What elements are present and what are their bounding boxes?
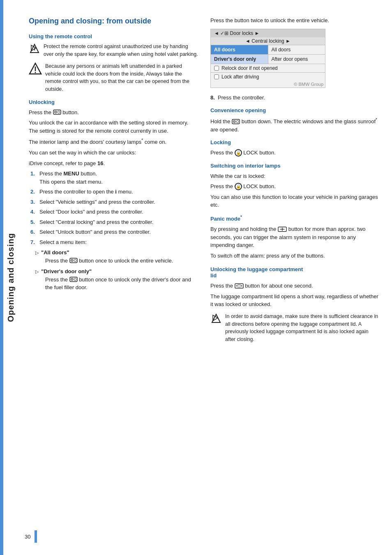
step-1: 1. Press the MENU button.This opens the … bbox=[30, 170, 198, 186]
door-lock-row-1: All doors All doors bbox=[211, 45, 325, 54]
sub-arrow-icon: ▷ bbox=[35, 249, 39, 266]
step-2: 2. Press the controller to open the i me… bbox=[30, 188, 198, 196]
unlocking-p5: iDrive concept, refer to page 16. bbox=[29, 159, 198, 168]
remote-key-icon-2 bbox=[69, 257, 78, 264]
luggage-p2: The luggage compartment lid opens a shor… bbox=[210, 292, 380, 309]
section-heading-panic: Panic mode* bbox=[210, 215, 380, 222]
unlocking-p2: You unlock the car in accordance with th… bbox=[29, 119, 198, 135]
svg-rect-18 bbox=[74, 279, 76, 281]
note-remote-control-text: Protect the remote control against unaut… bbox=[44, 43, 198, 58]
lock-circle-icon-2: 🔒 bbox=[235, 183, 242, 190]
section-heading-unlocking: Unlocking bbox=[29, 99, 198, 105]
screenshot-label: © BMW Group bbox=[211, 81, 325, 88]
door-lock-header-text: ◄ ✓⊞ Door locks ► bbox=[214, 30, 259, 36]
remote-key-icon-3 bbox=[69, 276, 78, 283]
sub-arrow-icon-2: ▷ bbox=[35, 268, 39, 293]
remote-key-icon-conv bbox=[232, 118, 240, 125]
step-5: 5. Select "Central locking" and press th… bbox=[30, 218, 198, 226]
drivers-door-label: "Driver's door only" bbox=[41, 268, 92, 274]
relock-checkbox[interactable] bbox=[214, 66, 219, 71]
sub-item-all-doors: ▷ "All doors" Press the button once to u… bbox=[35, 249, 198, 266]
panic-p1: By pressing and holding the button for m… bbox=[210, 225, 380, 249]
warning-animals-text: Because any persons or animals left unat… bbox=[45, 62, 198, 93]
svg-point-13 bbox=[71, 260, 72, 261]
section-heading-convenience: Convenience opening bbox=[210, 107, 380, 113]
sidebar-tab: Opening and closing bbox=[0, 0, 21, 555]
note-luggage-text: In order to avoid damage, make sure ther… bbox=[225, 313, 380, 343]
door-lock-drivers-door: Driver's door only bbox=[211, 55, 268, 64]
lock-after-driving-checkbox[interactable] bbox=[214, 74, 219, 79]
step-3: 3. Select "Vehicle settings" and press t… bbox=[30, 198, 198, 206]
door-lock-all-doors-right: All doors bbox=[268, 45, 325, 54]
menu-label: MENU bbox=[64, 170, 79, 177]
trunk-button-icon bbox=[235, 283, 244, 289]
svg-rect-14 bbox=[74, 260, 76, 262]
page-title: Opening and closing: from outside bbox=[29, 16, 198, 26]
sidebar-label: Opening and closing bbox=[6, 233, 16, 322]
page-number-area: 30 bbox=[25, 530, 37, 543]
door-lock-ui: ◄ ✓⊞ Door locks ► ◄ Central locking ► Al… bbox=[210, 29, 325, 88]
luggage-p1: Press the button for about one second. bbox=[210, 282, 380, 290]
left-column: Opening and closing: from outside Using … bbox=[29, 16, 198, 348]
lock-after-driving-label: Lock after driving bbox=[221, 74, 259, 80]
note-remote-control: Protect the remote control against unaut… bbox=[29, 43, 198, 58]
section-heading-luggage: Unlocking the luggage compartmentlid bbox=[210, 266, 380, 279]
step-6: 6. Select "Unlock button" and press the … bbox=[30, 228, 198, 236]
page-bar-indicator bbox=[35, 530, 37, 543]
svg-point-21 bbox=[234, 121, 235, 122]
svg-rect-10 bbox=[58, 111, 60, 113]
door-lock-checkbox-1: Relock door if not opened bbox=[211, 64, 325, 72]
panic-p2: To switch off the alarm: press any of th… bbox=[210, 252, 380, 260]
note-luggage: In order to avoid damage, make sure ther… bbox=[210, 313, 380, 343]
section-heading-interior-lamps: Switching on interior lamps bbox=[210, 163, 380, 169]
note-triangle-icon-luggage bbox=[210, 313, 222, 324]
svg-point-6 bbox=[35, 72, 36, 73]
unlocking-p3: The interior lamp and the doors' courtes… bbox=[29, 137, 198, 146]
press-button-twice-text: Press the button twice to unlock the ent… bbox=[210, 16, 380, 25]
door-lock-header: ◄ ✓⊞ Door locks ► bbox=[211, 29, 325, 37]
section-heading-remote-control: Using the remote control bbox=[29, 33, 198, 39]
door-lock-checkbox-2: Lock after driving bbox=[211, 72, 325, 81]
all-doors-label: "All doors" bbox=[41, 249, 69, 256]
note-triangle-icon bbox=[29, 43, 40, 54]
panic-button-icon bbox=[278, 226, 287, 233]
step-8-text: 8. Press the controller. bbox=[210, 94, 380, 102]
door-lock-sub-text: ◄ Central locking ► bbox=[245, 38, 291, 44]
unlocking-p4: You can set the way in which the car unl… bbox=[29, 149, 198, 157]
page-number: 30 bbox=[25, 534, 30, 540]
locking-text: Press the 🔒 LOCK button. bbox=[210, 149, 380, 157]
section-heading-locking: Locking bbox=[210, 139, 380, 145]
unlocking-p1: Press the button. bbox=[29, 108, 198, 117]
door-lock-drivers-door-right: After door opens bbox=[268, 55, 325, 64]
interior-p1: While the car is locked: bbox=[210, 172, 380, 180]
door-lock-all-doors: All doors bbox=[211, 45, 268, 54]
svg-point-17 bbox=[71, 279, 72, 280]
door-lock-sub: ◄ Central locking ► bbox=[211, 37, 325, 45]
warning-box-animals: Because any persons or animals left unat… bbox=[29, 62, 198, 93]
warning-triangle-icon bbox=[29, 62, 42, 76]
right-column: Press the button twice to unlock the ent… bbox=[210, 16, 380, 348]
svg-point-9 bbox=[55, 112, 56, 113]
remote-key-icon bbox=[53, 109, 61, 115]
sub-item-drivers-door: ▷ "Driver's door only" Press the button … bbox=[35, 267, 198, 293]
relock-label: Relock door if not opened bbox=[221, 65, 278, 71]
main-content: Opening and closing: from outside Using … bbox=[25, 0, 392, 364]
interior-p3: You can also use this function to locate… bbox=[210, 193, 380, 209]
door-lock-row-2: Driver's door only After door opens bbox=[211, 54, 325, 64]
convenience-text: Hold the button down. The electric windo… bbox=[210, 117, 380, 134]
svg-rect-22 bbox=[237, 120, 239, 122]
lock-circle-icon: 🔒 bbox=[235, 149, 242, 157]
unlocking-steps: 1. Press the MENU button.This opens the … bbox=[30, 170, 198, 246]
interior-p2: Press the 🔒 LOCK button. bbox=[210, 182, 380, 191]
step-7: 7. Select a menu item: bbox=[30, 238, 198, 246]
step-4: 4. Select "Door locks" and press the con… bbox=[30, 208, 198, 216]
